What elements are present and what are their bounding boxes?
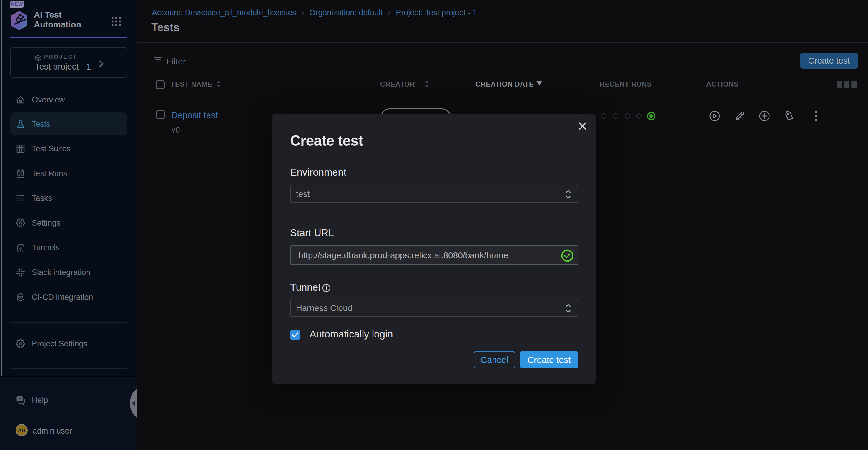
svg-text:?: ? bbox=[19, 397, 21, 401]
